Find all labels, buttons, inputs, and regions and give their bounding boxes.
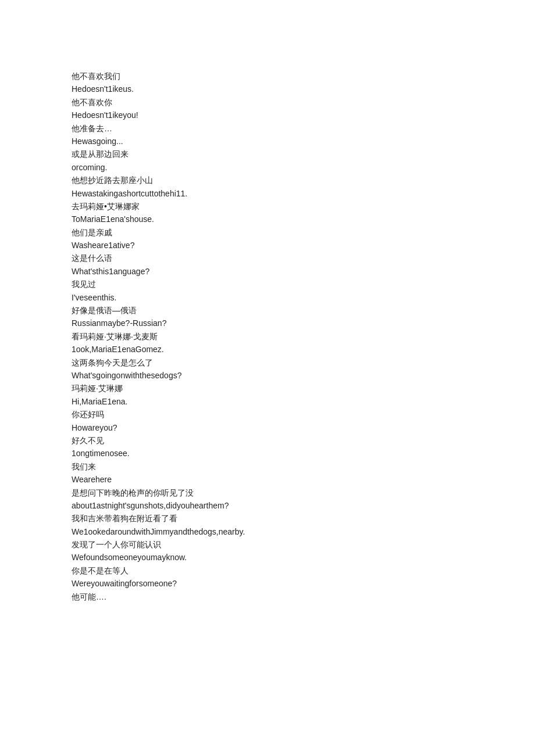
chinese-line-9: 好像是俄语—俄语 xyxy=(72,304,463,317)
english-line-14: 1ongtimenosee. xyxy=(72,447,463,460)
chinese-line-13: 你还好吗 xyxy=(72,408,463,421)
english-line-19: Wereyouwaitingforsomeone? xyxy=(72,577,463,590)
chinese-line-6: 他们是亲戚 xyxy=(72,226,463,239)
english-line-18: Wefoundsomeoneyoumayknow. xyxy=(72,551,463,564)
english-line-16: about1astnight'sgunshots,didyouhearthem? xyxy=(72,499,463,512)
chinese-line-5: 去玛莉娅•艾琳娜家 xyxy=(72,200,463,213)
english-line-5: ToMariaE1ena'shouse. xyxy=(72,213,463,225)
english-line-2: Hewasgoing... xyxy=(72,135,463,148)
chinese-line-8: 我见过 xyxy=(72,278,463,291)
chinese-line-3: 或是从那边回来 xyxy=(72,148,463,160)
english-line-4: Hewastakingashortcuttothehi11. xyxy=(72,187,463,200)
chinese-line-0: 他不喜欢我们 xyxy=(72,70,463,83)
english-line-13: Howareyou? xyxy=(72,421,463,434)
chinese-line-2: 他准备去… xyxy=(72,122,463,135)
chinese-line-16: 是想问下昨晚的枪声的你听见了没 xyxy=(72,486,463,499)
chinese-line-11: 这两条狗今天是怎么了 xyxy=(72,356,463,369)
chinese-line-7: 这是什么语 xyxy=(72,252,463,264)
chinese-line-4: 他想抄近路去那座小山 xyxy=(72,174,463,187)
chinese-line-15: 我们来 xyxy=(72,460,463,473)
chinese-line-1: 他不喜欢你 xyxy=(72,96,463,109)
english-line-3: orcoming. xyxy=(72,161,463,174)
english-line-0: Hedoesn't1ikeus. xyxy=(72,83,463,95)
chinese-line-19: 你是不是在等人 xyxy=(72,564,463,577)
english-line-11: What'sgoingonwiththesedogs? xyxy=(72,369,463,382)
english-line-15: Wearehere xyxy=(72,473,463,486)
english-line-17: We1ookedaroundwithJimmyandthedogs,nearby… xyxy=(72,525,463,538)
english-line-1: Hedoesn't1ikeyou! xyxy=(72,109,463,121)
english-line-9: Russianmaybe?-Russian? xyxy=(72,317,463,329)
english-line-10: 1ook,MariaE1enaGomez. xyxy=(72,343,463,356)
content-container: 他不喜欢我们Hedoesn't1ikeus.他不喜欢你Hedoesn't1ike… xyxy=(72,70,463,603)
chinese-line-18: 发现了一个人你可能认识 xyxy=(72,538,463,551)
chinese-line-14: 好久不见 xyxy=(72,434,463,447)
chinese-line-20: 他可能…. xyxy=(72,590,463,603)
english-line-7: What'sthis1anguage? xyxy=(72,265,463,278)
english-line-12: Hi,MariaE1ena. xyxy=(72,395,463,408)
chinese-line-12: 玛莉娅·艾琳娜 xyxy=(72,382,463,395)
chinese-line-10: 看玛莉娅·艾琳娜·戈麦斯 xyxy=(72,330,463,343)
english-line-6: Washeare1ative? xyxy=(72,239,463,252)
chinese-line-17: 我和吉米带着狗在附近看了看 xyxy=(72,512,463,525)
english-line-8: I'veseenthis. xyxy=(72,291,463,304)
